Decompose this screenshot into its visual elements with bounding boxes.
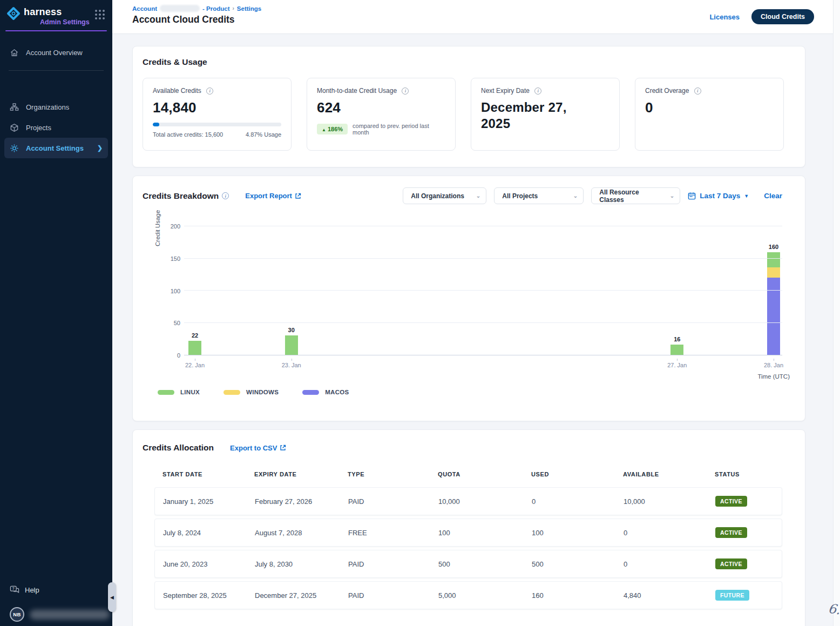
- info-icon[interactable]: i: [206, 87, 213, 95]
- info-icon[interactable]: i: [402, 87, 409, 95]
- gear-icon: [10, 144, 19, 153]
- chart-x-ticks: 22. Jan23. Jan27. Jan28. Jan: [195, 359, 774, 369]
- user-account-row[interactable]: NB: [10, 607, 112, 622]
- calendar-icon: [688, 192, 696, 200]
- legend-swatch: [302, 390, 319, 395]
- status-badge: ACTIVE: [715, 527, 747, 538]
- chart-legend: LINUXWINDOWSMACOS: [158, 389, 349, 395]
- legend-swatch: [223, 390, 240, 395]
- legend-item-linux[interactable]: LINUX: [158, 389, 200, 395]
- chart-bar-28Jan[interactable]: 160: [767, 226, 780, 355]
- org-chart-icon: [10, 103, 19, 112]
- handwritten-annotation: 6.: [827, 601, 840, 618]
- redacted-user-name: [30, 610, 110, 620]
- sidebar-item-organizations[interactable]: Organizations: [0, 97, 112, 117]
- resource-classes-filter[interactable]: All Resource Classes ⌄: [591, 187, 680, 204]
- credits-breakdown-title: Credits Breakdown: [143, 191, 219, 201]
- table-row[interactable]: September 28, 2025 December 27, 2025 PAI…: [154, 581, 782, 609]
- mtd-usage-card: Month-to-date Credit Usage i 624 ▲186% c…: [307, 78, 456, 151]
- info-icon[interactable]: i: [534, 87, 541, 95]
- status-badge: FUTURE: [715, 590, 749, 601]
- brand-name: harness: [24, 6, 95, 17]
- chevron-down-icon: ⌄: [568, 193, 578, 199]
- harness-logo-icon: [6, 6, 21, 21]
- avatar[interactable]: NB: [10, 607, 24, 622]
- brand-divider: [5, 30, 107, 31]
- table-row[interactable]: July 8, 2024 August 7, 2028 FREE 100 100…: [154, 519, 782, 547]
- bar-segment-linux[interactable]: [670, 345, 683, 355]
- credits-usage-section: Credits & Usage Available Credits i 14,8…: [132, 46, 805, 167]
- delta-badge: ▲186%: [317, 124, 348, 134]
- credits-progress-bar: [153, 123, 281, 126]
- external-link-icon: [280, 445, 286, 451]
- page-header: Account - Product › Settings Account Clo…: [112, 0, 840, 34]
- sidebar-item-projects[interactable]: Projects: [0, 117, 112, 138]
- credits-breakdown-section: Credits Breakdown i Export Report All Or…: [132, 176, 805, 421]
- bar-segment-macos[interactable]: [767, 278, 780, 355]
- bar-segment-linux[interactable]: [188, 341, 201, 355]
- breadcrumb-settings[interactable]: Settings: [237, 5, 261, 12]
- chevron-down-icon: ⌄: [665, 193, 674, 199]
- mtd-usage-value: 624: [317, 99, 445, 116]
- help-chat-icon: ?: [10, 585, 19, 594]
- export-csv-link[interactable]: Export to CSV: [230, 444, 286, 452]
- sidebar-collapse-handle[interactable]: ◀: [108, 582, 116, 612]
- available-credits-progress-fill: [153, 123, 159, 126]
- chevron-down-icon: ⌄: [471, 193, 480, 199]
- redacted-account-name: [160, 5, 200, 12]
- table-row[interactable]: January 1, 2025 February 27, 2026 PAID 1…: [154, 487, 782, 515]
- chevron-right-icon: ❯: [97, 144, 103, 152]
- legend-item-windows[interactable]: WINDOWS: [223, 389, 279, 395]
- export-report-link[interactable]: Export Report: [245, 192, 301, 200]
- table-row[interactable]: June 20, 2023 July 8, 2030 PAID 500 500 …: [154, 550, 782, 578]
- home-icon: [10, 48, 19, 57]
- sidebar: harness Admin Settings Account Overview …: [0, 0, 112, 626]
- credits-allocation-title: Credits Allocation: [143, 443, 214, 453]
- cube-icon: [10, 123, 19, 132]
- sidebar-item-account-overview[interactable]: Account Overview: [0, 42, 112, 63]
- arrow-up-icon: ▲: [322, 127, 326, 132]
- next-expiry-value: December 27, 2025: [481, 99, 584, 132]
- usage-percent: 4.87% Usage: [246, 131, 281, 138]
- page-scrollbar[interactable]: [833, 0, 840, 626]
- app-switcher-icon[interactable]: [95, 10, 105, 19]
- clear-filters-link[interactable]: Clear: [764, 192, 782, 200]
- chart-x-axis-label: Time (UTC): [757, 373, 790, 380]
- cloud-credits-button[interactable]: Cloud Credits: [751, 9, 814, 24]
- projects-filter[interactable]: All Projects ⌄: [494, 187, 584, 204]
- caret-down-icon: ▼: [744, 193, 749, 199]
- breadcrumb-separator: ›: [232, 5, 234, 11]
- external-link-icon: [295, 193, 301, 199]
- breadcrumb-account[interactable]: Account: [132, 5, 157, 12]
- sidebar-divider: [9, 70, 104, 71]
- credits-breakdown-chart: 223016160: [184, 226, 782, 355]
- breadcrumb-product[interactable]: - Product: [202, 5, 229, 12]
- available-credits-card: Available Credits i 14,840 Total active …: [143, 78, 292, 151]
- bar-segment-windows[interactable]: [767, 267, 780, 278]
- legend-item-macos[interactable]: MACOS: [302, 389, 349, 395]
- organizations-filter[interactable]: All Organizations ⌄: [403, 187, 486, 204]
- chart-y-ticks: 050100150200: [133, 226, 180, 355]
- status-badge: ACTIVE: [715, 558, 747, 569]
- status-badge: ACTIVE: [715, 496, 747, 507]
- total-active-credits: Total active credits: 15,600: [153, 131, 223, 138]
- next-expiry-card: Next Expiry Date i December 27, 2025: [471, 78, 620, 151]
- info-icon[interactable]: i: [694, 87, 701, 95]
- credit-overage-value: 0: [645, 99, 774, 116]
- legend-swatch: [158, 390, 174, 395]
- svg-text:?: ?: [12, 587, 15, 591]
- bar-segment-linux[interactable]: [767, 252, 780, 268]
- admin-settings-label: Admin Settings: [40, 18, 95, 26]
- date-range-picker[interactable]: Last 7 Days ▼: [688, 192, 749, 200]
- chart-bar-23Jan[interactable]: 30: [285, 226, 298, 355]
- help-button[interactable]: ? Help: [10, 585, 112, 594]
- bar-segment-linux[interactable]: [285, 335, 298, 355]
- available-credits-value: 14,840: [153, 99, 281, 116]
- sidebar-item-account-settings[interactable]: Account Settings ❯: [4, 138, 108, 158]
- info-icon[interactable]: i: [222, 192, 229, 199]
- chart-bar-27Jan[interactable]: 16: [670, 226, 683, 355]
- credits-allocation-section: Credits Allocation Export to CSV START D…: [132, 429, 805, 626]
- licenses-link[interactable]: Licenses: [709, 13, 740, 21]
- main-content: Credits & Usage Available Credits i 14,8…: [112, 34, 840, 626]
- chart-bar-22Jan[interactable]: 22: [188, 226, 201, 355]
